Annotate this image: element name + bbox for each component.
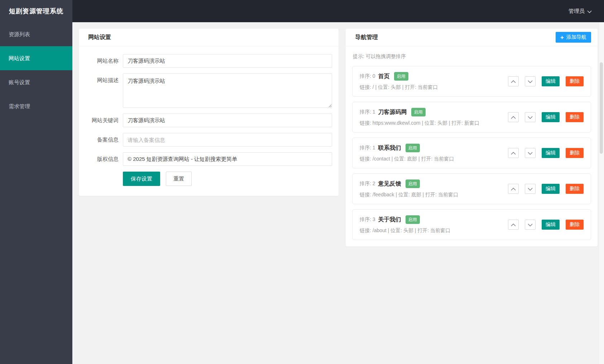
move-up-button[interactable]: [508, 76, 519, 86]
nav-item-name: 联系我们: [378, 144, 401, 152]
delete-button[interactable]: 删除: [566, 76, 584, 86]
move-up-button[interactable]: [508, 112, 519, 122]
scrollbar-thumb[interactable]: [600, 62, 603, 154]
chevron-down-icon: [528, 222, 533, 227]
chevron-up-icon: [511, 186, 516, 192]
nav-item-card[interactable]: 排序: 1 联系我们 启用 链接: /contact | 位置: 底部 | 打开…: [352, 138, 591, 168]
nav-item-card[interactable]: 排序: 3 关于我们 启用 链接: /about | 位置: 头部 | 打开: …: [352, 209, 591, 240]
form-buttons: 保存设置 重置: [123, 172, 332, 186]
move-up-button[interactable]: [508, 220, 519, 230]
form-row-icp: 备案信息: [85, 133, 332, 147]
nav-item-info: 排序: 2 意见反馈 启用 链接: /feedback | 位置: 底部 | 打…: [360, 179, 458, 198]
status-badge: 启用: [406, 144, 420, 152]
chevron-up-icon: [511, 79, 516, 84]
add-nav-label: 添加导航: [566, 34, 586, 40]
nav-item-sort: 排序: 2: [360, 181, 375, 187]
sidebar-item-site-settings[interactable]: 网站设置: [0, 46, 72, 70]
chevron-down-icon: [528, 150, 533, 156]
nav-manage-header: 导航管理 + 添加导航: [346, 29, 598, 46]
move-down-button[interactable]: [525, 76, 536, 86]
move-down-button[interactable]: [525, 220, 536, 230]
site-description-label: 网站描述: [85, 73, 123, 108]
move-down-button[interactable]: [525, 112, 536, 122]
nav-item-meta: 链接: /contact | 位置: 底部 | 打开: 当前窗口: [360, 156, 454, 162]
icp-input[interactable]: [123, 133, 332, 147]
nav-item-name: 关于我们: [378, 216, 401, 224]
nav-item-sort: 排序: 1: [360, 109, 375, 115]
topbar: 短剧资源管理系统 管理员: [0, 0, 604, 22]
chevron-down-icon: [587, 8, 592, 14]
move-up-button[interactable]: [508, 148, 519, 158]
scrollbar-track[interactable]: [599, 22, 604, 364]
plus-icon: +: [560, 34, 564, 40]
nav-item-sort: 排序: 1: [360, 145, 375, 151]
sidebar-item-demand-manage[interactable]: 需求管理: [0, 94, 72, 118]
chevron-up-icon: [511, 222, 516, 227]
edit-button[interactable]: 编辑: [542, 148, 560, 158]
nav-item-card[interactable]: 排序: 0 首页 启用 链接: / | 位置: 头部 | 打开: 当前窗口 编辑…: [352, 66, 591, 97]
delete-button[interactable]: 删除: [566, 184, 584, 194]
site-keywords-input[interactable]: [123, 114, 332, 127]
nav-item-name: 首页: [378, 73, 390, 80]
move-up-button[interactable]: [508, 184, 519, 194]
nav-item-sort: 排序: 0: [360, 73, 375, 80]
chevron-down-icon: [528, 79, 533, 84]
nav-item-actions: 编辑 删除: [508, 112, 584, 122]
edit-button[interactable]: 编辑: [542, 112, 560, 122]
nav-list: 提示: 可以拖拽调整排序 排序: 0 首页 启用 链接: / | 位置: 头部 …: [346, 46, 598, 246]
move-down-button[interactable]: [525, 148, 536, 158]
nav-item-name: 意见反馈: [378, 180, 401, 188]
delete-button[interactable]: 删除: [566, 148, 584, 158]
nav-item-actions: 编辑 删除: [508, 220, 584, 230]
drag-hint-text: 提示: 可以拖拽调整排序: [353, 53, 591, 60]
nav-item-meta: 链接: https:www.dkewl.com | 位置: 头部 | 打开: 新…: [360, 120, 479, 126]
reset-button[interactable]: 重置: [166, 172, 192, 186]
delete-button[interactable]: 删除: [566, 220, 584, 230]
nav-manage-title: 导航管理: [355, 34, 378, 41]
delete-button[interactable]: 删除: [566, 112, 584, 122]
site-settings-header: 网站设置: [79, 29, 339, 46]
add-nav-button[interactable]: + 添加导航: [556, 32, 591, 43]
sidebar-item-resource-list[interactable]: 资源列表: [0, 22, 72, 46]
chevron-up-icon: [511, 150, 516, 156]
form-row-site-keywords: 网站关键词: [85, 114, 332, 127]
nav-manage-panel: 导航管理 + 添加导航 提示: 可以拖拽调整排序 排序: 0 首页 启用 链接:…: [346, 29, 598, 246]
nav-item-info: 排序: 0 首页 启用 链接: / | 位置: 头部 | 打开: 当前窗口: [360, 72, 438, 91]
nav-item-name: 刀客源码网: [378, 109, 407, 116]
copyright-label: 版权信息: [85, 152, 123, 166]
user-name: 管理员: [569, 8, 585, 15]
site-name-input[interactable]: [123, 54, 332, 68]
nav-item-sort: 排序: 3: [360, 216, 375, 223]
move-down-button[interactable]: [525, 184, 536, 194]
nav-item-card[interactable]: 排序: 1 刀客源码网 启用 链接: https:www.dkewl.com |…: [352, 102, 591, 133]
sidebar-item-account-settings[interactable]: 账号设置: [0, 70, 72, 94]
chevron-down-icon: [528, 186, 533, 192]
nav-item-actions: 编辑 删除: [508, 148, 584, 158]
site-settings-panel: 网站设置 网站名称 网站描述 刀客源码演示站 网站关键词 备案信息 版权信息: [79, 29, 339, 196]
chevron-up-icon: [511, 115, 516, 120]
chevron-down-icon: [528, 115, 533, 120]
status-badge: 启用: [394, 72, 408, 81]
nav-item-card[interactable]: 排序: 2 意见反馈 启用 链接: /feedback | 位置: 底部 | 打…: [352, 173, 591, 204]
form-row-site-description: 网站描述 刀客源码演示站: [85, 73, 332, 108]
user-menu[interactable]: 管理员: [569, 0, 604, 22]
site-description-textarea[interactable]: 刀客源码演示站: [123, 73, 332, 108]
edit-button[interactable]: 编辑: [542, 76, 560, 86]
nav-item-info: 排序: 1 刀客源码网 启用 链接: https:www.dkewl.com |…: [360, 108, 479, 126]
site-keywords-label: 网站关键词: [85, 114, 123, 127]
copyright-input[interactable]: [123, 152, 332, 166]
main-content: 网站设置 网站名称 网站描述 刀客源码演示站 网站关键词 备案信息 版权信息: [72, 22, 604, 364]
sidebar: 资源列表 网站设置 账号设置 需求管理: [0, 22, 72, 364]
nav-item-info: 排序: 3 关于我们 启用 链接: /about | 位置: 头部 | 打开: …: [360, 215, 450, 234]
site-settings-title: 网站设置: [88, 34, 111, 41]
nav-item-actions: 编辑 删除: [508, 184, 584, 194]
save-settings-button[interactable]: 保存设置: [123, 172, 160, 186]
edit-button[interactable]: 编辑: [542, 184, 560, 194]
nav-item-meta: 链接: / | 位置: 头部 | 打开: 当前窗口: [360, 84, 438, 91]
nav-item-actions: 编辑 删除: [508, 76, 584, 86]
status-badge: 启用: [406, 215, 420, 224]
edit-button[interactable]: 编辑: [542, 220, 560, 230]
status-badge: 启用: [406, 179, 420, 188]
form-row-copyright: 版权信息: [85, 152, 332, 166]
app-title: 短剧资源管理系统: [0, 0, 72, 22]
